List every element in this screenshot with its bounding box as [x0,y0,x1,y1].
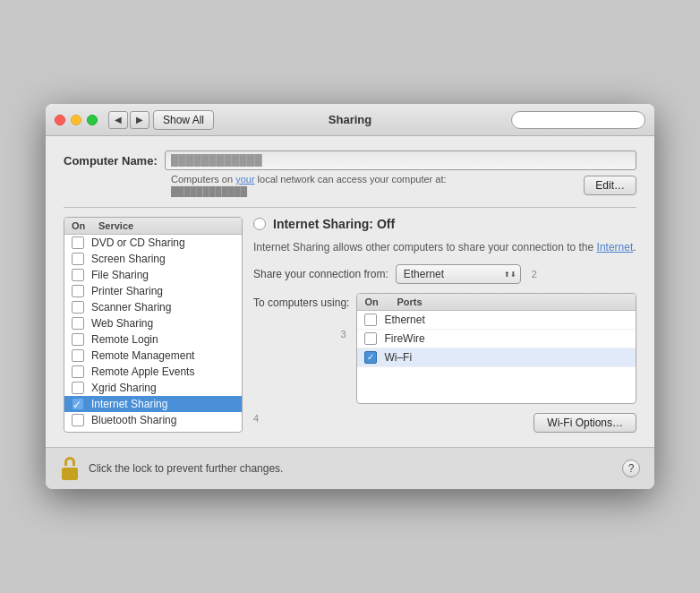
lock-shackle [64,457,75,466]
maximize-button[interactable] [87,115,98,125]
list-item[interactable]: Web Sharing [64,315,242,331]
lock-body [62,468,78,480]
bluetooth-sharing-item[interactable]: Bluetooth Sharing [64,412,242,428]
list-item[interactable]: Xgrid Sharing [64,380,242,396]
right-panel: Internet Sharing: Off Internet Sharing a… [253,217,636,433]
wifi-options-button[interactable]: Wi-Fi Options… [534,413,636,433]
edit-button[interactable]: Edit… [584,176,636,195]
col-on-header: On [72,220,98,231]
port-row-ethernet[interactable]: Ethernet [357,311,636,330]
hint-sub: ████████████ [171,186,576,196]
remote-apple-label: Remote Apple Events [91,365,194,378]
xgrid-checkbox[interactable] [72,382,84,394]
content: Computer Name: Computers on your local n… [46,136,654,447]
ports-table-header: On Ports [357,294,636,311]
service-list-header: On Service [64,218,242,235]
to-computers-label: To computers using: [253,293,349,309]
remote-apple-checkbox[interactable] [72,365,84,378]
hint-edit-row: Computers on your local network can acce… [64,174,636,196]
to-computers-row: To computers using: 3 On Ports Ethernet [253,293,636,404]
wifi-port-checkbox[interactable]: ✓ [364,351,377,364]
col-service-header: Service [98,220,235,231]
back-button[interactable]: ◀ [108,111,128,129]
remote-login-label: Remote Login [91,333,158,346]
scanner-checkbox[interactable] [72,301,84,314]
close-button[interactable] [55,115,65,125]
bottom-bar: Click the lock to prevent further change… [46,447,654,489]
divider [64,207,636,208]
list-item[interactable]: Printer Sharing [64,283,242,299]
hint-area: Computers on your local network can acce… [64,174,576,196]
remote-login-checkbox[interactable] [72,333,84,346]
wifi-options-row: 4 Wi-Fi Options… [253,413,636,433]
badge-4: 4 [253,413,259,424]
dvd-checkbox[interactable] [72,236,84,249]
internet-label: Internet Sharing [91,398,167,410]
share-from-dropdown[interactable]: Ethernet Wi-Fi FireWire [396,264,521,284]
nav-buttons: ◀ ▶ [108,111,149,129]
firewire-port-label: FireWire [384,332,424,345]
share-from-row: Share your connection from: Ethernet Wi-… [253,264,636,284]
lock-icon[interactable] [60,457,80,480]
port-row-wifi[interactable]: ✓ Wi–Fi [357,348,636,367]
screen-checkbox[interactable] [72,253,84,265]
ports-table: On Ports Ethernet FireWire [356,293,636,404]
dvd-label: DVD or CD Sharing [91,236,185,249]
sharing-window: ◀ ▶ Show All Sharing 🔍 Computer Name: Co… [46,104,654,489]
computer-name-input[interactable] [165,150,636,170]
computer-name-row: Computer Name: [64,150,636,170]
forward-button[interactable]: ▶ [130,111,149,129]
traffic-lights [55,115,98,125]
internet-checkbox[interactable]: ✓ [72,398,84,410]
scanner-label: Scanner Sharing [91,301,171,314]
ports-col-on: On [364,296,397,307]
wifi-port-label: Wi–Fi [384,351,412,364]
ethernet-port-label: Ethernet [384,314,424,326]
list-item[interactable]: Remote Apple Events [64,364,242,380]
printer-checkbox[interactable] [72,285,84,297]
badge-3: 3 [340,329,346,339]
window-title: Sharing [329,113,371,126]
xgrid-label: Xgrid Sharing [91,382,157,394]
list-item[interactable]: File Sharing [64,267,242,283]
minimize-button[interactable] [71,115,81,125]
ports-panel: 3 On Ports Ethernet [356,293,636,404]
remote-mgmt-label: Remote Management [91,349,194,362]
main-panel: On Service DVD or CD Sharing Screen Shar… [64,217,636,433]
firewire-port-checkbox[interactable] [364,332,377,345]
titlebar: ◀ ▶ Show All Sharing 🔍 [46,104,654,136]
search-input[interactable] [511,111,645,129]
ports-col-ports: Ports [397,296,628,307]
file-label: File Sharing [91,269,149,281]
internet-link[interactable]: Internet [597,241,634,254]
port-row-firewire[interactable]: FireWire [357,330,636,348]
help-button[interactable]: ? [622,460,640,477]
printer-label: Printer Sharing [91,285,163,297]
badge-2: 2 [532,269,537,279]
list-item[interactable]: DVD or CD Sharing [64,235,242,251]
search-wrapper: 🔍 [511,111,645,129]
file-checkbox[interactable] [72,269,84,281]
ports-empty-space [357,367,636,403]
hint-link[interactable]: your [235,174,254,185]
bluetooth-label: Bluetooth Sharing [91,414,176,426]
internet-sharing-header: Internet Sharing: Off [253,217,636,231]
list-item[interactable]: Remote Login [64,331,242,348]
show-all-button[interactable]: Show All [153,110,214,130]
list-item[interactable]: Screen Sharing [64,251,242,267]
web-label: Web Sharing [91,317,153,330]
remote-mgmt-checkbox[interactable] [72,349,84,362]
web-checkbox[interactable] [72,317,84,330]
ethernet-port-checkbox[interactable] [364,314,377,326]
lock-text: Click the lock to prevent further change… [89,462,622,475]
internet-sharing-title: Internet Sharing: Off [273,217,395,231]
list-item[interactable]: Remote Management [64,348,242,364]
hint-text: Computers on your local network can acce… [171,174,576,185]
screen-label: Screen Sharing [91,253,166,265]
internet-sharing-desc: Internet Sharing allows other computers … [253,240,636,255]
list-item[interactable]: Scanner Sharing [64,299,242,315]
internet-sharing-radio[interactable] [253,218,266,230]
share-from-label: Share your connection from: [253,268,388,280]
internet-sharing-item[interactable]: ✓ Internet Sharing 1 [64,396,242,412]
service-list: On Service DVD or CD Sharing Screen Shar… [64,217,243,433]
